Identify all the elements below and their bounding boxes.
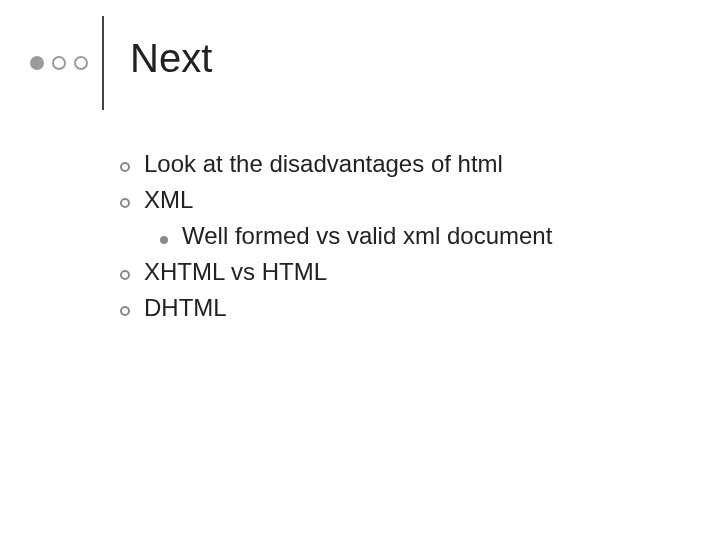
dot-icon [74, 56, 88, 70]
list-item: XHTML vs HTML [120, 258, 720, 286]
vertical-divider [102, 16, 104, 110]
hollow-bullet-icon [120, 306, 130, 316]
hollow-bullet-icon [120, 270, 130, 280]
hollow-bullet-icon [120, 162, 130, 172]
sub-list-item: Well formed vs valid xml document [120, 222, 720, 250]
solid-bullet-icon [160, 236, 168, 244]
item-text: XHTML vs HTML [144, 258, 327, 286]
decorative-dots [30, 56, 88, 70]
slide-title: Next [130, 36, 212, 81]
list-item: Look at the disadvantages of html [120, 150, 720, 178]
dot-icon [52, 56, 66, 70]
item-text: Look at the disadvantages of html [144, 150, 503, 178]
item-text: Well formed vs valid xml document [182, 222, 552, 250]
slide-content: Look at the disadvantages of html XML We… [0, 110, 720, 322]
list-item: XML [120, 186, 720, 214]
slide-header: Next [0, 0, 720, 110]
item-text: XML [144, 186, 193, 214]
hollow-bullet-icon [120, 198, 130, 208]
item-text: DHTML [144, 294, 227, 322]
list-item: DHTML [120, 294, 720, 322]
dot-icon [30, 56, 44, 70]
